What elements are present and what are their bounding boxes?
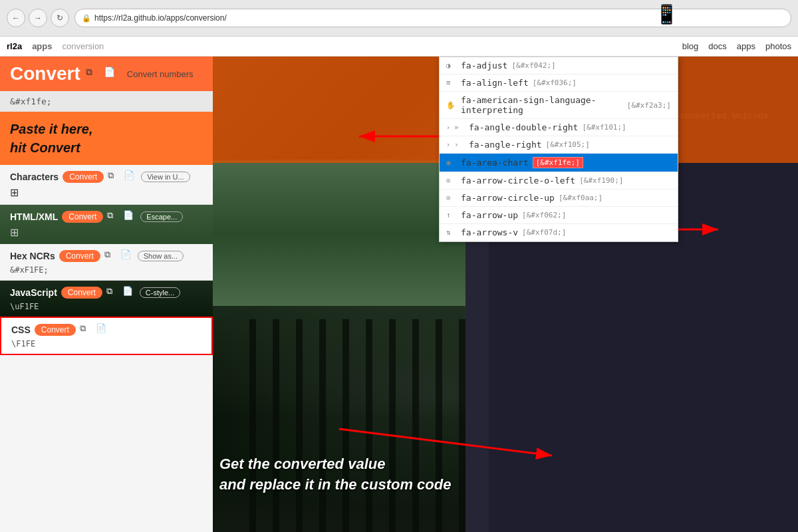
hexncrs-icons: ⧉ 📄 <box>104 249 134 263</box>
browser-nav-controls: ← → ↻ <box>7 9 69 27</box>
svg-line-5 <box>339 429 552 456</box>
htmlxml-grid-icon: ⊞ <box>10 226 203 239</box>
css-icons: ⧉ 📄 <box>80 323 109 336</box>
dropdown-item-fa-area-chart[interactable]: ◉ fa-area-chart [&#xf1fe;] <box>440 154 678 172</box>
nav-bar: rl2a apps conversion blog docs apps phot… <box>0 37 798 57</box>
browser-chrome: ← → ↻ 🔒 https://rl2a.github.io/apps/conv… <box>0 0 798 37</box>
characters-file-icon[interactable]: 📄 <box>124 170 137 184</box>
address-bar[interactable]: 🔒 https://rl2a.github.io/apps/conversion… <box>74 9 791 27</box>
input-code-value: &#xf1fe; <box>10 96 203 106</box>
dropdown-item-fa-angle-right[interactable]: › › fa-angle-right [&#xf105;] <box>440 136 678 154</box>
hexncrs-section: Hex NCRs Convert ⧉ 📄 Show as... &#xF1FE; <box>0 244 213 281</box>
file-icon[interactable]: 📄 <box>104 66 118 81</box>
dropdown-item-fa-asl[interactable]: ✋ fa-american-sign-language-interpreting… <box>440 92 678 119</box>
dropdown-item-fa-arrow-circle-o-left[interactable]: ⊙ fa-arrow-circle-o-left [&#xf190;] <box>440 172 678 190</box>
header-icons: ⧉ 📄 <box>86 66 118 81</box>
hexncrs-value: &#xF1FE; <box>10 265 203 275</box>
htmlxml-copy-icon[interactable]: ⧉ <box>107 210 120 223</box>
hexncrs-header: Hex NCRs Convert ⧉ 📄 Show as... <box>10 249 203 263</box>
fa-area-chart-icon: ◉ <box>446 158 457 167</box>
fa-arrows-v-icon: ⇅ <box>446 228 457 237</box>
htmlxml-icons: ⧉ 📄 <box>107 210 136 223</box>
dropdown-item-fa-arrows-v[interactable]: ⇅ fa-arrows-v [&#xf07d;] <box>440 224 678 241</box>
javascript-icons: ⧉ 📄 <box>106 286 136 299</box>
dropdown-item-fa-angle-double-right[interactable]: › » fa-angle-double-right [&#xf101;] <box>440 119 678 136</box>
expand-arrow-icon-2: › <box>446 141 450 148</box>
fa-adjust-icon: ◑ <box>446 61 457 70</box>
arrow-from-css <box>332 422 565 462</box>
autocomplete-dropdown[interactable]: ◑ fa-adjust [&#xf042;] ≡ fa-align-left [… <box>439 57 678 242</box>
javascript-section: JavaScript Convert ⧉ 📄 C-style... \uF1FE <box>0 281 213 317</box>
dropdown-item-fa-arrow-up[interactable]: ↑ fa-arrow-up [&#xf062;] <box>440 207 678 224</box>
characters-label: Characters <box>10 172 59 182</box>
css-section-inner: CSS Convert ⧉ 📄 \F1FE <box>1 318 211 354</box>
javascript-convert-button[interactable]: Convert <box>61 287 102 299</box>
css-file-icon[interactable]: 📄 <box>96 323 109 336</box>
dropdown-item-fa-align-left[interactable]: ≡ fa-align-left [&#xf036;] <box>440 74 678 92</box>
css-header: CSS Convert ⧉ 📄 <box>11 323 201 336</box>
javascript-cstyle-button[interactable]: C-style... <box>140 287 180 298</box>
characters-convert-button[interactable]: Convert <box>63 171 104 183</box>
css-value: \F1FE <box>11 339 201 348</box>
paste-hint-area: Paste it here, hit Convert <box>0 112 213 165</box>
javascript-header: JavaScript Convert ⧉ 📄 C-style... <box>10 286 203 299</box>
hexncrs-convert-button[interactable]: Convert <box>59 250 100 262</box>
right-panel: Paste it here,hit Convert VOILA! 👁 Get t… <box>213 57 798 532</box>
highlighted-hex: [&#xf1fe;] <box>533 157 583 168</box>
nav-blog[interactable]: blog <box>682 41 699 51</box>
forward-button[interactable]: → <box>29 9 47 27</box>
htmlxml-convert-button[interactable]: Convert <box>62 211 103 223</box>
copy-icon[interactable]: ⧉ <box>86 66 100 81</box>
characters-copy-icon[interactable]: ⧉ <box>108 170 121 184</box>
convert-header: Convert ⧉ 📄 Convert numbers <box>0 57 213 91</box>
css-label: CSS <box>11 325 31 335</box>
characters-section: Characters Convert ⧉ 📄 View in U... ⊞ <box>0 165 213 205</box>
url-text: https://rl2a.github.io/apps/conversion/ <box>94 13 227 23</box>
hexncrs-copy-icon[interactable]: ⧉ <box>104 249 118 263</box>
ssl-lock-icon: 🔒 <box>82 14 91 23</box>
fa-arrow-circle-up-icon: ⊙ <box>446 194 457 202</box>
htmlxml-escape-button[interactable]: Escape... <box>140 211 183 222</box>
fa-arrow-up-icon: ↑ <box>446 211 457 219</box>
characters-icons: ⧉ 📄 <box>108 170 137 184</box>
htmlxml-label: HTML/XML <box>10 211 58 222</box>
htmlxml-header: HTML/XML Convert ⧉ 📄 Escape... <box>10 210 203 223</box>
input-area: &#xf1fe; <box>0 91 213 112</box>
site-name: rl2a <box>7 41 22 51</box>
fa-arrow-circle-o-left-icon: ⊙ <box>446 176 457 185</box>
nav-photos[interactable]: photos <box>765 41 791 51</box>
htmlxml-file-icon[interactable]: 📄 <box>123 210 136 223</box>
hexncrs-show-button[interactable]: Show as... <box>138 251 184 261</box>
htmlxml-section: HTML/XML Convert ⧉ 📄 Escape... ⊞ <box>0 205 213 244</box>
css-section: CSS Convert ⧉ 📄 \F1FE <box>0 317 213 355</box>
javascript-value: \uF1FE <box>10 302 203 311</box>
characters-grid-icon: ⊞ <box>10 186 203 199</box>
left-panel: Convert ⧉ 📄 Convert numbers &#xf1fe; Pas… <box>0 57 213 532</box>
hexncrs-label: Hex NCRs <box>10 251 55 261</box>
javascript-copy-icon[interactable]: ⧉ <box>106 286 120 299</box>
hexncrs-file-icon[interactable]: 📄 <box>120 249 134 263</box>
nav-docs[interactable]: docs <box>708 41 726 51</box>
apps-label: apps <box>32 41 52 51</box>
fa-angle-double-right-icon: » <box>454 123 465 132</box>
mobile-view-icon[interactable]: 📱 <box>655 3 678 25</box>
javascript-label: JavaScript <box>10 287 57 298</box>
fa-asl-icon: ✋ <box>446 101 457 110</box>
paste-hint-text: Paste it here, hit Convert <box>10 120 203 157</box>
main-layout: Convert ⧉ 📄 Convert numbers &#xf1fe; Pas… <box>0 57 798 532</box>
fa-angle-right-icon: › <box>454 140 465 149</box>
dropdown-item-fa-adjust[interactable]: ◑ fa-adjust [&#xf042;] <box>440 57 678 74</box>
convert-title: Convert <box>10 63 80 84</box>
nav-apps[interactable]: apps <box>737 41 755 51</box>
expand-arrow-icon: › <box>446 124 450 131</box>
refresh-button[interactable]: ↻ <box>51 9 69 27</box>
back-button[interactable]: ← <box>7 9 25 27</box>
fa-align-left-icon: ≡ <box>446 78 457 87</box>
characters-view-button[interactable]: View in U... <box>141 172 190 182</box>
characters-header: Characters Convert ⧉ 📄 View in U... <box>10 170 203 184</box>
convert-description: Convert numbers <box>127 69 194 79</box>
css-copy-icon[interactable]: ⧉ <box>80 323 93 336</box>
dropdown-item-fa-arrow-circle-up[interactable]: ⊙ fa-arrow-circle-up [&#xf0aa;] <box>440 190 678 207</box>
css-convert-button[interactable]: Convert <box>35 324 76 336</box>
javascript-file-icon[interactable]: 📄 <box>122 286 136 299</box>
